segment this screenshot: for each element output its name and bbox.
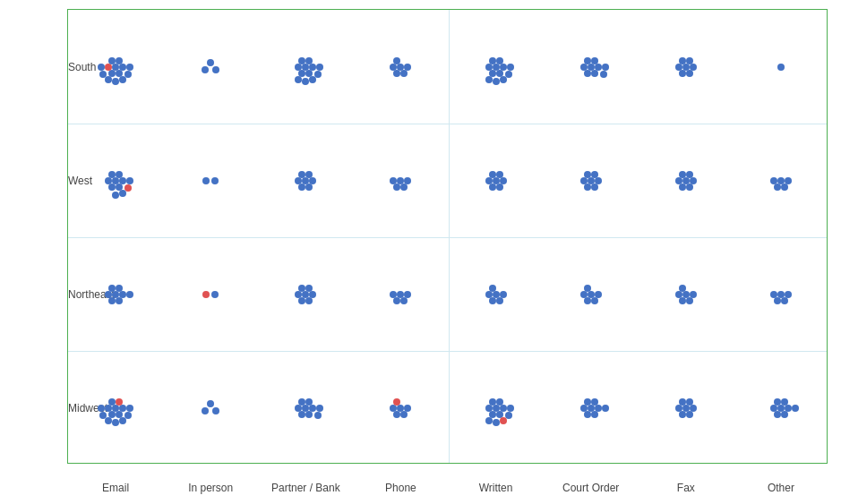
col-label: Court Order <box>562 482 619 494</box>
col-label: Written <box>479 482 513 494</box>
col-label: Phone <box>385 482 416 494</box>
col-label: In person <box>188 482 233 494</box>
col-label: Other <box>768 482 794 494</box>
col-label: Partner / Bank <box>271 482 340 494</box>
col-label: Email <box>102 482 129 494</box>
chart-container: SouthWestNortheastMidwestEmailIn personP… <box>0 0 841 504</box>
col-label: Fax <box>677 482 695 494</box>
